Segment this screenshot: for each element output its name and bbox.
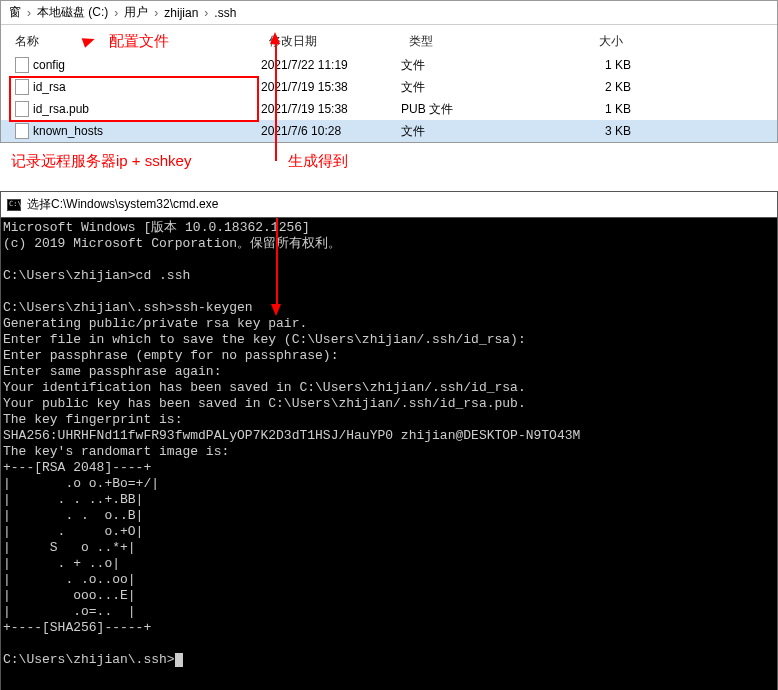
chevron-right-icon: › [204, 6, 208, 20]
col-date[interactable]: 修改日期 [261, 31, 401, 52]
file-type: PUB 文件 [401, 101, 541, 118]
file-type: 文件 [401, 57, 541, 74]
terminal-output: Microsoft Windows [版本 10.0.18362.1256] (… [3, 220, 775, 668]
file-date: 2021/7/22 11:19 [261, 58, 401, 72]
file-type: 文件 [401, 79, 541, 96]
terminal-title: 选择C:\Windows\system32\cmd.exe [27, 196, 218, 213]
col-type[interactable]: 类型 [401, 31, 541, 52]
bc-item[interactable]: zhijian [164, 6, 198, 20]
file-list: 配置文件 记录远程服务器ip + sshkey 生成得到 config2021/… [1, 54, 777, 142]
terminal-titlebar[interactable]: 选择C:\Windows\system32\cmd.exe [0, 191, 778, 217]
file-name: config [33, 58, 65, 72]
file-name: known_hosts [33, 124, 103, 138]
table-row[interactable]: id_rsa.pub2021/7/19 15:38PUB 文件1 KB [1, 98, 777, 120]
table-row[interactable]: id_rsa2021/7/19 15:38文件2 KB [1, 76, 777, 98]
column-headers: 名称 修改日期 类型 大小 [1, 25, 777, 54]
file-size: 1 KB [541, 58, 631, 72]
arrow-up-icon [270, 32, 280, 44]
bc-item[interactable]: 本地磁盘 (C:) [37, 4, 108, 21]
breadcrumb[interactable]: 窗› 本地磁盘 (C:)› 用户› zhijian› .ssh [1, 1, 777, 25]
arrow-down-icon [271, 304, 281, 316]
bc-item[interactable]: .ssh [214, 6, 236, 20]
col-size[interactable]: 大小 [541, 31, 631, 52]
terminal-cursor [175, 653, 183, 667]
file-size: 3 KB [541, 124, 631, 138]
file-name: id_rsa.pub [33, 102, 89, 116]
file-date: 2021/7/6 10:28 [261, 124, 401, 138]
annotation-text: 记录远程服务器ip + sshkey [11, 152, 191, 171]
col-name[interactable]: 名称 [1, 31, 261, 52]
file-size: 1 KB [541, 102, 631, 116]
chevron-right-icon: › [114, 6, 118, 20]
table-row[interactable]: config2021/7/22 11:19文件1 KB [1, 54, 777, 76]
arrow-line [275, 36, 277, 161]
file-type: 文件 [401, 123, 541, 140]
file-date: 2021/7/19 15:38 [261, 80, 401, 94]
arrow-line [276, 218, 278, 306]
file-name: id_rsa [33, 80, 66, 94]
file-icon [15, 101, 29, 117]
bc-item[interactable]: 用户 [124, 4, 148, 21]
file-date: 2021/7/19 15:38 [261, 102, 401, 116]
file-size: 2 KB [541, 80, 631, 94]
chevron-right-icon: › [154, 6, 158, 20]
file-icon [15, 57, 29, 73]
table-row[interactable]: known_hosts2021/7/6 10:28文件3 KB [1, 120, 777, 142]
cmd-icon [7, 199, 21, 211]
annotation-text: 生成得到 [288, 152, 348, 171]
file-icon [15, 79, 29, 95]
terminal[interactable]: Microsoft Windows [版本 10.0.18362.1256] (… [0, 217, 778, 690]
bc-item[interactable]: 窗 [9, 4, 21, 21]
chevron-right-icon: › [27, 6, 31, 20]
file-icon [15, 123, 29, 139]
